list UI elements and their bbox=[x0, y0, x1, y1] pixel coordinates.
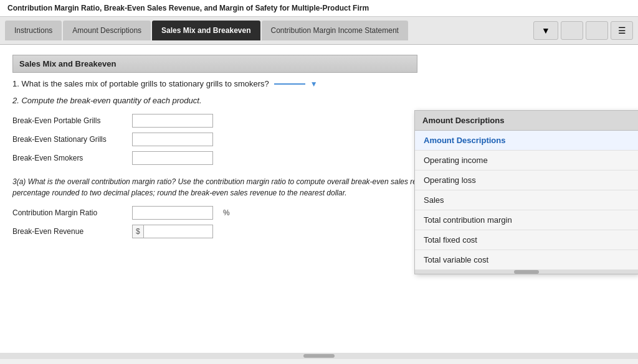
h-scrollbar-thumb bbox=[303, 354, 335, 358]
section-header: Sales Mix and Breakeven bbox=[12, 55, 417, 73]
q1-dropdown-arrow-icon[interactable]: ▼ bbox=[310, 80, 318, 88]
be-smokers-label: Break-Even Smokers bbox=[12, 154, 125, 162]
amount-descriptions-dropdown: Amount Descriptions Amount Descriptions … bbox=[414, 110, 638, 274]
dropdown-item-total-contribution-margin[interactable]: Total contribution margin bbox=[415, 210, 638, 230]
be-revenue-input[interactable] bbox=[144, 225, 212, 238]
nav-prev-button[interactable] bbox=[561, 21, 583, 40]
be-revenue-field-wrapper: $ bbox=[132, 225, 213, 238]
tab-cm-income-statement[interactable]: Contribution Margin Income Statement bbox=[262, 21, 408, 40]
be-portable-label: Break-Even Portable Grills bbox=[12, 116, 125, 125]
dropdown-item-sales[interactable]: Sales bbox=[415, 190, 638, 210]
dropdown-item-operating-loss[interactable]: Operating loss bbox=[415, 170, 638, 190]
question-1: 1. What is the sales mix of portable gri… bbox=[12, 79, 626, 88]
main-content: Sales Mix and Breakeven 1. What is the s… bbox=[0, 45, 638, 359]
dropdown-button[interactable]: ▼ bbox=[533, 21, 558, 40]
be-stationary-label: Break-Even Stationary Grills bbox=[12, 135, 125, 144]
tab-amount-descriptions[interactable]: Amount Descriptions bbox=[63, 21, 151, 40]
q1-dropdown-underline bbox=[274, 83, 305, 85]
tab-sales-mix[interactable]: Sales Mix and Breakeven bbox=[152, 21, 260, 40]
dropdown-item-total-variable-cost[interactable]: Total variable cost bbox=[415, 250, 638, 270]
page-title: Contribution Margin Ratio, Break-Even Sa… bbox=[0, 0, 638, 17]
horizontal-scrollbar[interactable] bbox=[0, 353, 638, 359]
nav-next-button[interactable] bbox=[586, 21, 608, 40]
dollar-prefix: $ bbox=[133, 225, 144, 238]
dropdown-item-total-fixed-cost[interactable]: Total fixed cost bbox=[415, 230, 638, 250]
dropdown-item-amount-descriptions[interactable]: Amount Descriptions bbox=[415, 131, 638, 151]
grid-button[interactable]: ☰ bbox=[611, 21, 633, 40]
dropdown-header: Amount Descriptions bbox=[415, 111, 638, 131]
be-portable-input[interactable] bbox=[132, 114, 213, 128]
percent-symbol: % bbox=[223, 208, 230, 217]
tab-instructions[interactable]: Instructions bbox=[5, 21, 62, 40]
cm-ratio-input[interactable] bbox=[132, 206, 213, 220]
question-2: 2. Compute the break-even quantity of ea… bbox=[12, 96, 626, 105]
dropdown-item-operating-income[interactable]: Operating income bbox=[415, 151, 638, 170]
be-revenue-label: Break-Even Revenue bbox=[12, 227, 125, 236]
cm-ratio-label: Contribution Margin Ratio bbox=[12, 208, 125, 217]
be-smokers-input[interactable] bbox=[132, 151, 213, 165]
be-stationary-input[interactable] bbox=[132, 133, 213, 146]
tab-bar: Instructions Amount Descriptions Sales M… bbox=[0, 17, 638, 45]
toolbar-right: ▼ ☰ bbox=[533, 21, 633, 40]
q1-text: 1. What is the sales mix of portable gri… bbox=[12, 79, 269, 88]
dropdown-scrollbar-thumb bbox=[514, 270, 539, 274]
dropdown-scrollbar[interactable] bbox=[415, 270, 638, 274]
